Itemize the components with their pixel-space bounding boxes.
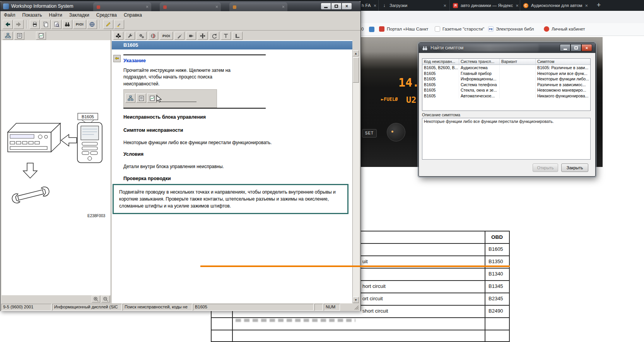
wrench-tool-icon[interactable] — [125, 32, 135, 40]
maximize-button[interactable] — [571, 44, 581, 51]
chart-view-button[interactable] — [147, 94, 157, 103]
bookmark-item[interactable]: Портал «Наш Санкт — [379, 26, 428, 32]
table-cell[interactable]: Некоторые или все функ... — [536, 71, 590, 77]
print-preview-button[interactable] — [51, 20, 61, 29]
stereo-track-display: U2 — [406, 95, 417, 105]
pioi-button[interactable]: PIOI — [73, 20, 86, 29]
menu-tools[interactable]: Средства — [93, 12, 120, 19]
tree-view-button[interactable] — [125, 94, 135, 103]
move-tool-icon[interactable] — [198, 32, 208, 40]
table-cell[interactable] — [500, 93, 536, 99]
bookmark-icon-blue[interactable] — [369, 27, 374, 32]
table-cell[interactable] — [500, 76, 536, 82]
toolbar-separator — [26, 20, 27, 29]
download-icon: ↓ — [382, 3, 387, 8]
bookmark-item[interactable]: Газетные "старости" — [435, 26, 484, 32]
table-cell[interactable]: Невозможно маневриро... — [536, 87, 590, 93]
browser-tab-downloads[interactable]: ↓ Загрузки × — [378, 0, 449, 11]
back-button[interactable] — [3, 20, 13, 29]
table-cell[interactable]: Различные в зависимос... — [536, 82, 590, 88]
tab-close-icon[interactable]: × — [443, 3, 446, 8]
web-globe-button[interactable] — [87, 20, 97, 29]
table-cell[interactable]: Автоматическое... — [459, 93, 500, 99]
tsquare-tool-icon[interactable] — [221, 32, 231, 40]
table-cell[interactable]: B1605 — [422, 87, 459, 93]
browser-tab-yandex[interactable]: Я авто динамики — Яндекс × — [449, 0, 520, 11]
table-cell[interactable]: B1605 — [422, 71, 459, 77]
globe-tool-icon[interactable] — [148, 32, 158, 40]
maximize-button[interactable] — [331, 3, 342, 10]
table-cell[interactable]: B1605 — [422, 76, 459, 82]
connector-tool-icon[interactable] — [186, 32, 196, 40]
menu-file[interactable]: Файл — [0, 12, 19, 19]
resize-grip[interactable] — [354, 305, 359, 310]
table-cell[interactable]: Система телефона — [459, 82, 500, 88]
highlighter-button[interactable] — [114, 20, 124, 29]
list-view-button[interactable] — [14, 32, 24, 40]
tab-close-icon[interactable]: × — [374, 3, 377, 8]
wis-titlebar[interactable]: × × × Workshop Information System × — [0, 1, 360, 11]
list-view-button[interactable] — [136, 94, 146, 103]
ghost-tab: × — [160, 2, 221, 11]
column-header-symptom[interactable]: Симптом — [536, 59, 590, 65]
column-header-variant[interactable]: Вариант — [500, 59, 536, 65]
annotate-pencil-button[interactable] — [103, 20, 113, 29]
scroll-down-arrow[interactable]: ▼ — [353, 297, 359, 303]
table-cell[interactable] — [500, 87, 536, 93]
close-dialog-button[interactable]: Закрыть — [561, 163, 588, 172]
scroll-thumb[interactable] — [353, 57, 359, 83]
column-header-code[interactable]: Код неисправн... — [422, 59, 459, 65]
scroll-up-arrow[interactable]: ▲ — [353, 50, 359, 56]
table-cell[interactable]: B1605 — [422, 93, 459, 99]
zoom-out-button[interactable] — [101, 296, 110, 303]
print-button[interactable] — [30, 20, 40, 29]
column-header-system[interactable]: Система трансп... — [459, 59, 500, 65]
table-cell[interactable]: Главный прибор — [459, 71, 500, 77]
bookmark-item[interactable]: FE Электронная библ — [488, 26, 534, 32]
browser-tab-speakers[interactable]: C Аудиоколонки для автом × — [520, 0, 591, 11]
gears-tool-icon[interactable] — [137, 32, 147, 40]
table-cell[interactable]: Никакого функционирова... — [536, 93, 590, 99]
clover-tool-icon[interactable] — [113, 32, 123, 40]
back-link-icon[interactable] — [113, 55, 121, 62]
open-button[interactable]: Открыть — [533, 163, 558, 172]
dialog-titlebar[interactable]: Найти симптом × — [419, 43, 595, 53]
minimize-button[interactable] — [321, 3, 331, 10]
tab-close-icon[interactable]: × — [516, 3, 519, 8]
table-cell[interactable] — [500, 65, 536, 71]
forward-button[interactable] — [14, 20, 24, 29]
bookmark-item[interactable]: Личный кабинет — [544, 26, 585, 32]
menu-help[interactable]: Справка — [120, 12, 145, 19]
menu-bookmarks[interactable]: Закладки — [66, 12, 93, 19]
table-cell[interactable]: Некоторые функции либо... — [536, 76, 590, 82]
table-cell[interactable] — [500, 82, 536, 88]
zoom-in-button[interactable] — [92, 296, 100, 303]
pioi-tool-button[interactable]: PIOI — [160, 32, 173, 40]
menu-find[interactable]: Найти — [46, 12, 66, 19]
close-button[interactable]: × — [342, 3, 352, 10]
minimize-button[interactable] — [560, 44, 571, 51]
table-cell[interactable]: Стекла, окна и зе... — [459, 87, 500, 93]
vertical-scrollbar[interactable]: ▲ ▼ — [352, 50, 359, 303]
chart-view-button[interactable] — [36, 32, 46, 40]
menu-view[interactable]: Показать — [19, 12, 46, 19]
close-button[interactable]: × — [581, 44, 592, 51]
table-cell[interactable]: B1605, B2600, B... — [422, 65, 459, 71]
new-tab-button[interactable]: + — [594, 1, 603, 10]
tab-close-icon[interactable]: × — [585, 3, 588, 8]
table-cell[interactable]: Аудиосистема — [459, 65, 500, 71]
table-cell[interactable]: B1605 — [422, 82, 459, 88]
scalpel-tool-icon[interactable] — [174, 32, 184, 40]
tab-label: Аудиоколонки для автом — [531, 3, 583, 8]
search-binoculars-button[interactable] — [62, 20, 72, 29]
tree-view-button[interactable] — [3, 32, 13, 40]
bookmark-label: Личный кабинет — [552, 27, 585, 31]
angle-tool-icon[interactable] — [232, 32, 243, 40]
table-cell[interactable]: Информационны... — [459, 76, 500, 82]
table-cell[interactable] — [500, 71, 536, 77]
table-cell[interactable]: B1605: Различные в зави... — [536, 65, 590, 71]
rotate-tool-icon[interactable] — [209, 32, 219, 40]
copy-page-button[interactable] — [41, 20, 51, 29]
description-box[interactable]: Некоторые функции либо все функции перес… — [422, 118, 591, 160]
bookmark-label-partial[interactable]: 0 — [361, 27, 364, 31]
